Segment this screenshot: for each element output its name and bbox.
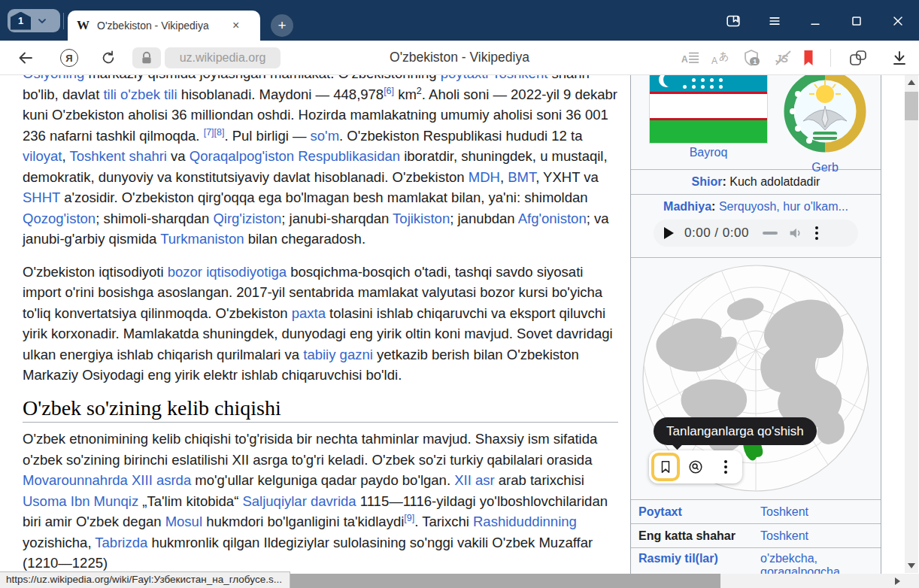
article-link[interactable]: Movarounnahrda XIII asrda bbox=[23, 472, 191, 488]
volume-icon[interactable] bbox=[788, 226, 803, 240]
article-link[interactable]: MDH bbox=[469, 169, 500, 185]
infobox-images-row: Bayroq Gerb bbox=[631, 75, 881, 170]
close-icon bbox=[890, 14, 905, 29]
article-link[interactable]: SHHT bbox=[23, 189, 60, 205]
country-infobox: Bayroq Gerb Shior: Kuch ad bbox=[630, 75, 881, 588]
close-window-button[interactable] bbox=[889, 12, 907, 30]
tab-title: O'zbekiston - Vikipediya bbox=[97, 20, 226, 32]
vertical-scroll-thumb[interactable] bbox=[905, 92, 918, 120]
scroll-right-arrow-icon[interactable] bbox=[895, 577, 900, 585]
side-panel-icon bbox=[725, 13, 742, 29]
uzbekistan-emblem-image[interactable] bbox=[781, 75, 869, 156]
scroll-up-arrow-icon[interactable] bbox=[908, 80, 915, 85]
reload-button[interactable] bbox=[99, 49, 117, 67]
yandex-browser-button[interactable]: Я bbox=[60, 49, 78, 67]
article-link[interactable]: Saljuqiylar davrida bbox=[242, 493, 356, 509]
anthem-title-link[interactable]: Serquyosh, hur o'lkam... bbox=[719, 200, 848, 213]
yandex-logo: Я bbox=[65, 53, 72, 64]
tab-group-selector[interactable]: 1 bbox=[8, 9, 60, 32]
article-link[interactable]: XII asr bbox=[454, 472, 494, 488]
image-search-icon bbox=[687, 459, 704, 475]
toolbar-divider bbox=[830, 49, 831, 67]
article-link[interactable]: tabiiy gazni bbox=[303, 347, 373, 362]
player-time: 0:00 / 0:00 bbox=[684, 226, 749, 241]
article-paragraph: Osiyoning markaziy qismida joylashgan ma… bbox=[23, 75, 618, 250]
javascript-toggle-button[interactable]: JS bbox=[773, 49, 793, 67]
article-link[interactable]: poytaxti Toshkent bbox=[441, 75, 548, 81]
browser-tab[interactable]: W O'zbekiston - Vikipediya × bbox=[68, 11, 260, 41]
article-paragraph: O'zbekiston iqtisodiyoti bozor iqtisodiy… bbox=[23, 262, 618, 386]
infobox-map-row: Tanlanganlarga qo'shish bbox=[631, 258, 881, 500]
site-security-button[interactable] bbox=[132, 47, 161, 68]
article-link[interactable]: Tabrizda bbox=[95, 535, 147, 550]
extensions-button[interactable] bbox=[848, 49, 868, 67]
article-link[interactable]: Osiyoning bbox=[23, 75, 84, 81]
new-tab-button[interactable]: + bbox=[271, 14, 293, 37]
article-link[interactable]: Qirg'iziston bbox=[213, 211, 281, 226]
back-arrow-icon bbox=[17, 49, 35, 67]
back-button[interactable] bbox=[17, 49, 35, 67]
article-link[interactable]: viloyat bbox=[23, 148, 62, 164]
official-languages-label-link[interactable]: Rasmiy til(lar) bbox=[638, 552, 760, 565]
image-search-button[interactable] bbox=[681, 452, 711, 482]
extensions-icon bbox=[848, 49, 868, 67]
lock-icon bbox=[141, 51, 153, 65]
motto-label-link[interactable]: Shior bbox=[692, 175, 723, 188]
article-link[interactable]: Turkmaniston bbox=[160, 231, 244, 247]
article-link[interactable]: Qoraqalpog'iston Respublikasidan bbox=[190, 148, 400, 164]
side-panel-button[interactable] bbox=[724, 12, 742, 30]
download-icon bbox=[890, 49, 908, 67]
scrollbar-corner bbox=[905, 574, 919, 588]
wikipedia-favicon: W bbox=[77, 18, 89, 33]
address-bar[interactable]: uz.wikipedia.org bbox=[165, 47, 281, 68]
translate-button[interactable]: Aあ bbox=[711, 49, 731, 67]
article-link[interactable]: so'm bbox=[311, 128, 339, 144]
article-link[interactable]: Mosul bbox=[165, 514, 202, 529]
kebab-icon bbox=[724, 460, 727, 474]
reload-icon bbox=[100, 50, 117, 66]
minimize-button[interactable] bbox=[806, 12, 824, 30]
article-link[interactable]: Rashiduddinning bbox=[473, 514, 577, 529]
bookmark-page-button[interactable] bbox=[799, 49, 818, 67]
player-seekbar[interactable] bbox=[763, 232, 778, 235]
article-link[interactable]: Toshkent shahri bbox=[69, 148, 167, 164]
article-link[interactable]: paxta bbox=[292, 305, 326, 321]
article-link[interactable]: Afg'oniston bbox=[518, 211, 587, 226]
status-url-tooltip: https://uz.wikipedia.org/wiki/Fayl:Узбек… bbox=[0, 571, 290, 588]
article-link[interactable]: [9] bbox=[404, 513, 414, 523]
downloads-button[interactable] bbox=[890, 49, 909, 67]
scroll-down-arrow-icon[interactable] bbox=[908, 563, 915, 568]
article-link[interactable]: tili o'zbek tili bbox=[103, 86, 177, 102]
tab-close-icon[interactable]: × bbox=[232, 20, 239, 32]
browser-toolbar: Я uz.wikipedia.org O'zbekiston - Vikiped… bbox=[0, 41, 919, 75]
reader-mode-button[interactable]: A bbox=[681, 49, 700, 67]
article-link[interactable]: Qozog'iston bbox=[23, 211, 96, 226]
add-to-favorites-button[interactable] bbox=[651, 453, 680, 481]
js-disabled-icon: JS bbox=[773, 50, 793, 66]
menu-button[interactable] bbox=[766, 12, 784, 30]
article-link[interactable]: bozor iqtisodiyotiga bbox=[168, 264, 287, 280]
capital-label-link[interactable]: Poytaxt bbox=[638, 505, 760, 519]
anthem-label-link[interactable]: Madhiya bbox=[663, 200, 711, 213]
maximize-icon bbox=[849, 14, 864, 29]
article-link[interactable]: BMT bbox=[508, 169, 535, 185]
reader-mode-icon: A bbox=[681, 50, 699, 66]
image-more-button[interactable] bbox=[711, 452, 741, 482]
flag-caption-link[interactable]: Bayroq bbox=[649, 146, 768, 159]
article-link[interactable]: [7][8] bbox=[204, 126, 225, 137]
svg-text:A: A bbox=[711, 56, 717, 66]
player-menu-button[interactable] bbox=[815, 226, 818, 240]
vertical-scrollbar[interactable] bbox=[905, 75, 918, 573]
article-link[interactable]: Usoma Ibn Munqiz bbox=[23, 493, 138, 509]
article-link[interactable]: [6] bbox=[384, 85, 394, 95]
article-link[interactable]: Tojikiston bbox=[393, 211, 450, 226]
play-button[interactable] bbox=[664, 227, 674, 239]
tab-counter-badge: 1 bbox=[11, 12, 31, 30]
maximize-button[interactable] bbox=[848, 12, 866, 30]
uzbekistan-flag-image[interactable] bbox=[649, 75, 768, 144]
protect-shield-button[interactable]: 1 bbox=[742, 49, 761, 67]
largest-city-value-link[interactable]: Toshkent bbox=[760, 529, 873, 543]
section-heading: O'zbek so'zining kelib chiqishi bbox=[23, 398, 618, 423]
capital-value-link[interactable]: Toshkent bbox=[760, 505, 873, 519]
hamburger-menu-icon bbox=[767, 14, 782, 29]
